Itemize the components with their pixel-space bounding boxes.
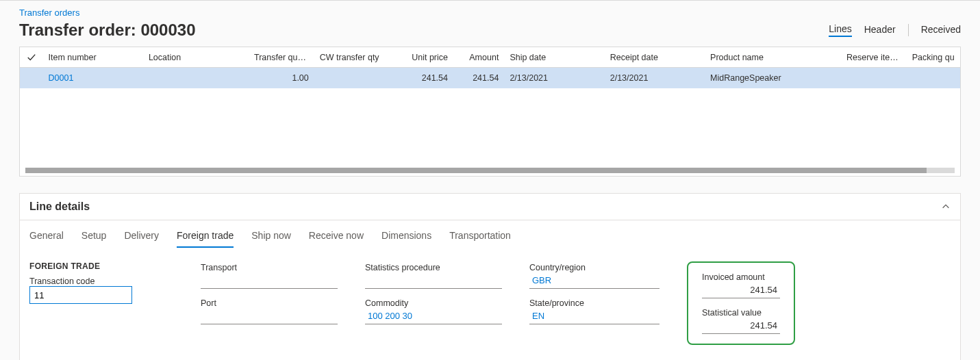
foreign-trade-content: FOREIGN TRADE Transaction code Transport… (20, 248, 960, 360)
col-header-product-name[interactable]: Product name (705, 53, 841, 62)
input-invoiced-amount[interactable] (702, 282, 780, 298)
label-statistical-value: Statistical value (702, 308, 780, 318)
input-statistics-procedure[interactable] (365, 272, 502, 289)
col-header-unit-price[interactable]: Unit price (392, 53, 453, 62)
ft-col-2: Transport Port (201, 261, 338, 334)
label-commodity: Commodity (365, 298, 502, 308)
cell-transfer-qty: 1.00 (249, 73, 314, 83)
subtab-setup[interactable]: Setup (81, 230, 107, 248)
highlight-invoiced-statistical: Invoiced amount Statistical value (687, 261, 795, 345)
label-transaction-code: Transaction code (29, 277, 173, 286)
grid-body: D0001 1.00 241.54 241.54 2/13/2021 2/13/… (20, 68, 960, 168)
horizontal-scrollbar[interactable] (25, 168, 955, 173)
col-header-reserve-items[interactable]: Reserve items a... (841, 53, 907, 62)
label-invoiced-amount: Invoiced amount (702, 272, 780, 282)
chevron-up-icon (941, 202, 951, 211)
line-details-header[interactable]: Line details (20, 194, 960, 220)
col-header-select[interactable] (20, 53, 43, 62)
input-commodity[interactable] (365, 308, 502, 324)
subtab-foreign-trade[interactable]: Foreign trade (177, 230, 234, 248)
grid-header-row: Item number Location Transfer quantity C… (20, 47, 960, 68)
col-header-transfer-qty[interactable]: Transfer quantity (249, 53, 314, 62)
cell-ship-date: 2/13/2021 (504, 73, 604, 83)
foreign-trade-heading: FOREIGN TRADE (29, 261, 173, 271)
cell-item-number[interactable]: D0001 (43, 73, 143, 83)
ft-col-4: Country/region State/province (529, 261, 659, 334)
cell-product-name: MidRangeSpeaker (705, 73, 841, 83)
line-details-title: Line details (29, 201, 90, 213)
col-header-receipt-date[interactable]: Receipt date (605, 53, 705, 62)
cell-amount: 241.54 (453, 73, 504, 83)
subtab-dimensions[interactable]: Dimensions (381, 230, 431, 248)
tab-received[interactable]: Received (921, 24, 961, 36)
view-tabs: Lines Header Received (829, 23, 961, 37)
cell-unit-price: 241.54 (392, 73, 453, 83)
label-country-region: Country/region (529, 263, 659, 272)
cell-receipt-date: 2/13/2021 (605, 73, 705, 83)
label-state-province: State/province (529, 298, 659, 308)
ft-col-3: Statistics procedure Commodity (365, 261, 502, 334)
col-header-packing-qty[interactable]: Packing qu (907, 53, 960, 62)
col-header-amount[interactable]: Amount (453, 53, 504, 62)
subtab-ship-now[interactable]: Ship now (251, 230, 291, 248)
table-row[interactable]: D0001 1.00 241.54 241.54 2/13/2021 2/13/… (20, 68, 960, 88)
breadcrumb[interactable]: Transfer orders (0, 8, 980, 21)
page-title: Transfer order: 000030 (19, 21, 195, 40)
scrollbar-thumb[interactable] (25, 168, 927, 173)
label-port: Port (201, 298, 338, 308)
input-statistical-value[interactable] (702, 318, 780, 334)
input-transport[interactable] (201, 272, 338, 289)
subtab-delivery[interactable]: Delivery (124, 230, 159, 248)
input-transaction-code[interactable] (29, 286, 132, 304)
subtab-receive-now[interactable]: Receive now (309, 230, 364, 248)
subtab-general[interactable]: General (29, 230, 64, 248)
ft-col-1: FOREIGN TRADE Transaction code (29, 261, 173, 313)
tab-divider (908, 24, 909, 36)
tab-lines[interactable]: Lines (829, 23, 851, 37)
tab-header[interactable]: Header (864, 24, 896, 36)
col-header-cw-transfer-qty[interactable]: CW transfer qty (314, 53, 392, 62)
col-header-item[interactable]: Item number (43, 53, 143, 62)
col-header-ship-date[interactable]: Ship date (504, 53, 604, 62)
lines-grid: Item number Location Transfer quantity C… (19, 47, 961, 177)
label-statistics-procedure: Statistics procedure (365, 263, 502, 272)
line-details-panel: Line details General Setup Delivery Fore… (19, 193, 961, 360)
check-icon (27, 53, 36, 62)
label-transport: Transport (201, 263, 338, 272)
detail-tabs: General Setup Delivery Foreign trade Shi… (20, 220, 960, 248)
col-header-location[interactable]: Location (143, 53, 249, 62)
input-state-province[interactable] (529, 308, 659, 324)
subtab-transportation[interactable]: Transportation (449, 230, 511, 248)
input-port[interactable] (201, 308, 338, 324)
input-country-region[interactable] (529, 272, 659, 289)
